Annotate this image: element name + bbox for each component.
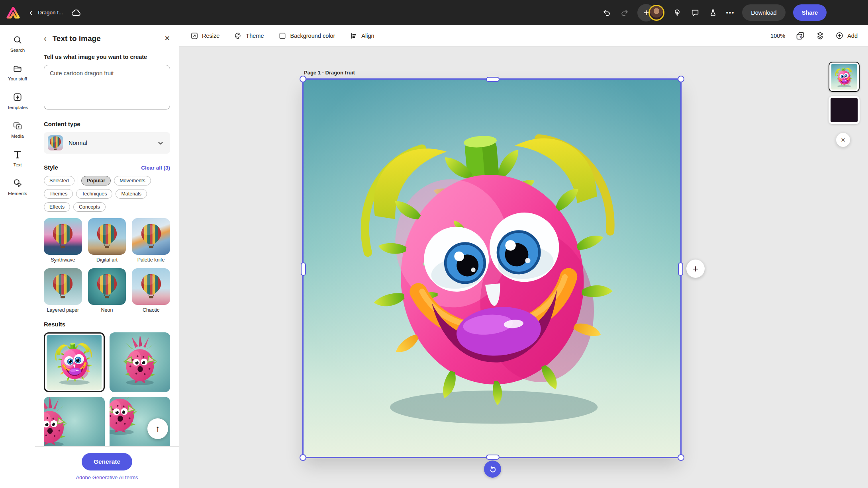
adobe-express-logo[interactable]	[6, 7, 20, 19]
generative-ai-terms-link[interactable]: Adobe Generative AI terms	[35, 474, 179, 480]
align-button[interactable]: Align	[350, 32, 374, 40]
selection-handle-left[interactable]	[301, 262, 306, 276]
chip-movements[interactable]: Movements	[114, 176, 151, 185]
resize-icon	[190, 32, 198, 40]
generate-button[interactable]: Generate	[82, 453, 132, 470]
results-grid	[44, 332, 170, 457]
canvas-page-selected-image[interactable]: Page 1 - Dragon fruit	[304, 80, 680, 457]
scroll-to-top-button[interactable]: ↑	[147, 418, 168, 439]
chip-themes[interactable]: Themes	[44, 189, 73, 199]
content-type-dropdown[interactable]: Normal	[44, 132, 170, 154]
sidebar-item-your-stuff[interactable]: Your stuff	[0, 63, 35, 81]
sidebar-item-search[interactable]: Search	[0, 35, 35, 53]
style-card-layered-paper[interactable]: Layered paper	[44, 268, 82, 313]
sidebar-item-elements[interactable]: Elements	[0, 178, 35, 196]
more-options-button[interactable]: •••	[726, 9, 735, 16]
sidebar-item-media[interactable]: Media	[0, 121, 35, 139]
prompt-input[interactable]: Cute cartoon dragon fruit	[44, 65, 170, 109]
sidebar-label: Text	[13, 162, 22, 167]
panel-back-button[interactable]: ‹	[44, 34, 47, 43]
style-card-chaotic[interactable]: Chaotic	[132, 268, 170, 313]
sidebar-label: Templates	[7, 105, 28, 110]
scenes-layers-icon[interactable]	[815, 31, 825, 41]
document-title[interactable]: Dragon f...	[38, 10, 63, 16]
close-pages-rail-button[interactable]: ✕	[836, 133, 850, 147]
comments-icon[interactable]	[690, 8, 700, 18]
style-card-label: Digital art	[88, 257, 126, 263]
selection-handle-bottom-right[interactable]	[678, 454, 684, 461]
rotate-ccw-icon	[488, 465, 497, 474]
style-label: Style	[44, 164, 58, 171]
content-type-label: Content type	[44, 121, 170, 127]
canvas-toolbar: Resize Theme Background color Align 100%…	[179, 25, 868, 47]
page-label: Page 1 - Dragon fruit	[304, 70, 355, 76]
add-button[interactable]: Add	[835, 31, 858, 40]
sidebar-item-templates[interactable]: Templates	[0, 92, 35, 110]
back-button[interactable]: ‹	[29, 8, 32, 17]
workspace: Page 1 - Dragon fruit + ✕	[179, 47, 868, 488]
chip-effects[interactable]: Effects	[44, 202, 70, 212]
page-thumbnail-2[interactable]	[829, 96, 860, 124]
style-card-neon[interactable]: Neon	[88, 268, 126, 313]
result-thumbnail-1-selected[interactable]	[44, 332, 105, 392]
selection-handle-top-left[interactable]	[300, 76, 306, 82]
sidebar-label: Your stuff	[8, 76, 27, 81]
chip-materials[interactable]: Materials	[116, 189, 147, 199]
sidebar-label: Elements	[8, 191, 27, 196]
selection-handle-bottom-left[interactable]	[300, 454, 306, 461]
chip-selected[interactable]: Selected	[44, 176, 74, 185]
theme-label: Theme	[246, 33, 264, 39]
zoom-level[interactable]: 100%	[770, 33, 785, 39]
align-label: Align	[361, 33, 374, 39]
topbar-right: + ••• Download Share	[602, 4, 868, 21]
undo-button[interactable]	[602, 8, 612, 18]
cloud-sync-icon[interactable]	[71, 9, 81, 17]
top-bar: ‹ Dragon f... +	[0, 0, 868, 25]
style-card-synthwave[interactable]: Synthwave	[44, 218, 82, 263]
background-color-label: Background color	[290, 33, 335, 39]
background-color-button[interactable]: Background color	[278, 32, 335, 40]
download-button[interactable]: Download	[742, 4, 786, 21]
share-button[interactable]: Share	[793, 4, 827, 21]
style-card-label: Chaotic	[132, 307, 170, 313]
search-icon	[12, 35, 23, 45]
new-document-group: +	[637, 4, 664, 21]
chip-popular[interactable]: Popular	[81, 176, 111, 185]
prompt-label: Tell us what image you want to create	[44, 54, 170, 60]
theme-button[interactable]: Theme	[234, 32, 264, 40]
panel-title: Text to image	[53, 34, 101, 43]
page-thumbnail-1-selected[interactable]	[829, 62, 860, 92]
redo-button[interactable]	[619, 8, 630, 18]
results-label: Results	[44, 321, 170, 328]
svg-text:1: 1	[799, 35, 801, 39]
account-avatar[interactable]	[649, 5, 664, 21]
selection-handle-bottom[interactable]	[486, 455, 500, 460]
style-card-digital-art[interactable]: Digital art	[88, 218, 126, 263]
beta-flask-icon[interactable]	[708, 8, 718, 18]
templates-icon	[12, 92, 23, 102]
selection-handle-top[interactable]	[486, 77, 500, 82]
add-label: Add	[847, 33, 858, 39]
add-circle-icon	[835, 31, 844, 40]
chip-techniques[interactable]: Techniques	[76, 189, 112, 199]
sidebar-item-text[interactable]: Text	[0, 149, 35, 167]
chip-concepts[interactable]: Concepts	[73, 202, 106, 212]
content-type-thumbnail	[48, 135, 63, 150]
clear-all-link[interactable]: Clear all (3)	[141, 165, 170, 171]
ideas-lightbulb-icon[interactable]	[672, 8, 682, 18]
pages-icon[interactable]: 1	[796, 31, 805, 41]
style-card-label: Neon	[88, 307, 126, 313]
style-card-palette-knife[interactable]: Palette knife	[132, 218, 170, 263]
add-element-floating-button[interactable]: +	[686, 260, 705, 278]
result-thumbnail-2[interactable]	[110, 332, 170, 392]
text-to-image-panel: ‹ Text to image ✕ Tell us what image you…	[35, 25, 179, 488]
style-card-label: Palette knife	[132, 257, 170, 263]
chip-divider	[78, 176, 78, 185]
panel-close-button[interactable]: ✕	[165, 34, 170, 43]
rotate-button[interactable]	[484, 461, 501, 478]
sidebar-label: Media	[11, 134, 24, 139]
chevron-down-icon	[157, 140, 164, 146]
resize-button[interactable]: Resize	[190, 32, 219, 40]
selection-handle-top-right[interactable]	[678, 76, 684, 82]
selection-handle-right[interactable]	[678, 262, 683, 276]
